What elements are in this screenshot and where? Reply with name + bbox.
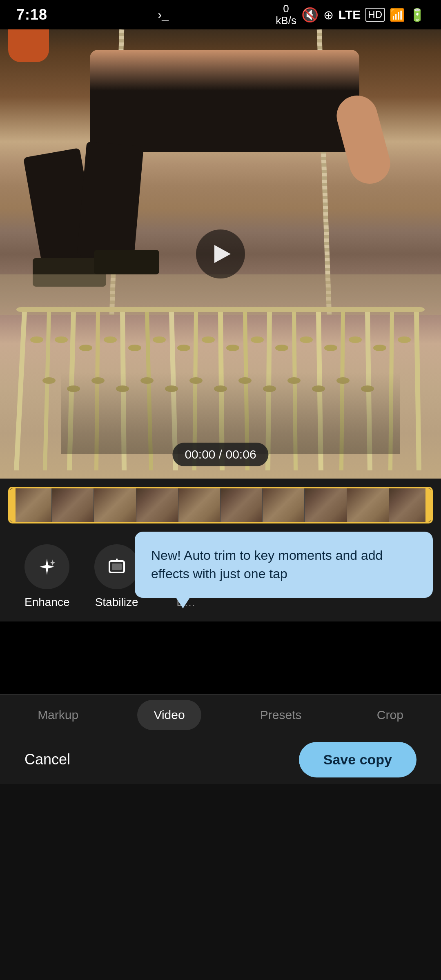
tooltip-bubble: New! Auto trim to key moments and add ef… xyxy=(135,532,433,598)
timeline-frame-5 xyxy=(178,488,220,522)
person-torso xyxy=(90,50,359,152)
svg-point-22 xyxy=(104,336,117,343)
status-bar: 7:18 ›_ 0 kB/s 🔇 ⊕ LTE HD 📶 🔋 xyxy=(0,0,441,29)
svg-point-30 xyxy=(300,336,313,343)
stabilize-icon-circle xyxy=(94,544,139,589)
svg-point-19 xyxy=(30,336,43,343)
tool-stabilize[interactable]: Stabilize xyxy=(94,544,139,609)
status-icons: 0 kB/s 🔇 ⊕ LTE HD 📶 🔋 xyxy=(276,3,425,26)
svg-point-27 xyxy=(226,345,239,351)
timeline-frame-9 xyxy=(347,488,389,522)
floor-shadow xyxy=(61,372,400,454)
timeline-frame-7 xyxy=(263,488,305,522)
timecode-display: 00:00 / 00:06 xyxy=(172,443,268,466)
timeline-frames xyxy=(10,488,431,522)
svg-point-25 xyxy=(177,345,190,351)
status-time: 7:18 xyxy=(16,6,47,23)
terminal-icon: ›_ xyxy=(158,8,169,22)
tab-bar: Markup Video Presets Crop xyxy=(0,694,441,735)
timeline-frame-2 xyxy=(52,488,94,522)
svg-point-20 xyxy=(55,336,68,343)
svg-point-21 xyxy=(79,345,92,351)
mute-icon: 🔇 xyxy=(301,7,318,23)
timeline-frame-1 xyxy=(10,488,52,522)
tab-video[interactable]: Video xyxy=(137,700,201,730)
tab-markup[interactable]: Markup xyxy=(21,700,95,730)
hd-label: HD xyxy=(365,8,385,22)
stabilize-label: Stabilize xyxy=(95,596,138,609)
svg-point-35 xyxy=(42,377,56,384)
timeline-frame-6 xyxy=(220,488,263,522)
svg-point-23 xyxy=(128,345,141,351)
svg-point-32 xyxy=(349,336,362,343)
timeline-frame-10 xyxy=(389,488,431,522)
svg-point-34 xyxy=(398,336,411,343)
flower-pot xyxy=(8,29,49,62)
svg-point-28 xyxy=(251,336,264,343)
network-kbs: 0 kB/s xyxy=(276,3,296,26)
svg-line-2 xyxy=(16,312,24,470)
play-triangle-icon xyxy=(214,245,231,263)
enhance-icon xyxy=(36,556,58,577)
svg-rect-50 xyxy=(112,564,122,570)
timeline-frame-8 xyxy=(305,488,347,522)
video-player[interactable]: 00:00 / 00:06 xyxy=(0,29,441,479)
timeline-area xyxy=(0,479,441,532)
svg-point-31 xyxy=(324,345,337,351)
play-button[interactable] xyxy=(196,229,245,278)
lte-label: LTE xyxy=(339,8,361,22)
svg-point-24 xyxy=(153,336,166,343)
sandal-right xyxy=(94,250,159,274)
wifi-icon: ⊕ xyxy=(323,8,334,22)
save-copy-button[interactable]: Save copy xyxy=(299,742,416,777)
svg-point-33 xyxy=(373,345,386,351)
svg-line-18 xyxy=(416,312,419,470)
cancel-button[interactable]: Cancel xyxy=(24,751,70,768)
battery-icon: 🔋 xyxy=(410,8,425,22)
leg-right xyxy=(77,141,144,260)
svg-rect-1 xyxy=(16,307,425,312)
timeline-frame-4 xyxy=(136,488,178,522)
svg-point-26 xyxy=(202,336,215,343)
tab-presets[interactable]: Presets xyxy=(244,700,318,730)
stabilize-icon xyxy=(106,556,127,577)
tab-crop[interactable]: Crop xyxy=(361,700,420,730)
timeline-left-handle[interactable] xyxy=(10,488,16,522)
bottom-fill xyxy=(0,784,441,980)
timeline-frame-3 xyxy=(94,488,136,522)
signal-icon: 📶 xyxy=(390,8,405,22)
tool-enhance[interactable]: Enhance xyxy=(24,544,70,609)
timeline-track[interactable] xyxy=(8,487,433,523)
action-bar: Cancel Save copy xyxy=(0,735,441,784)
svg-line-3 xyxy=(45,312,49,470)
enhance-label: Enhance xyxy=(24,596,70,609)
svg-point-29 xyxy=(275,345,288,351)
tooltip-text: New! Auto trim to key moments and add ef… xyxy=(151,546,416,583)
enhance-icon-circle xyxy=(24,544,69,589)
timeline-right-handle[interactable] xyxy=(425,488,431,522)
